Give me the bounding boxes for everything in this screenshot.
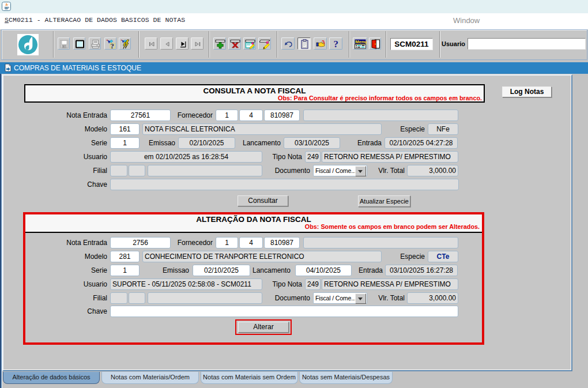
svg-text:?: ? [334,39,339,50]
svg-text:?: ? [111,42,115,50]
svg-text:Menu: Menu [355,39,367,44]
